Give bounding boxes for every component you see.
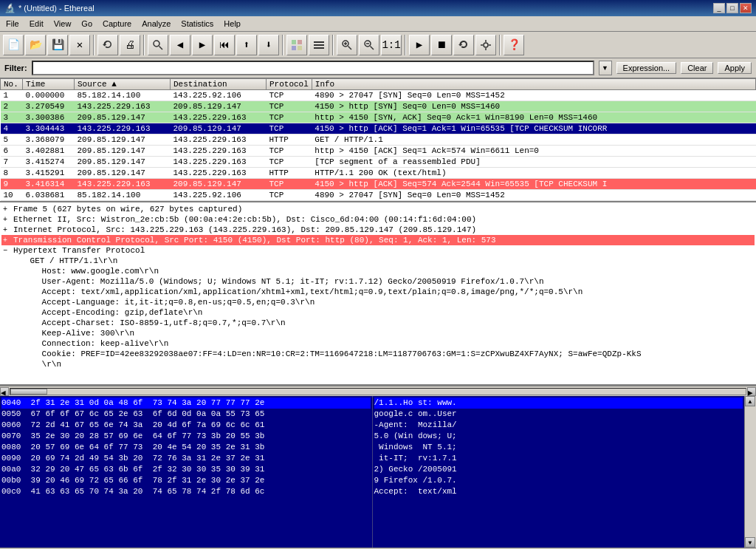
detail-tree-item[interactable]: +Ethernet II, Src: Wistron_2e:cb:5b (00:… bbox=[1, 214, 755, 225]
table-row[interactable]: 9 3.416314 143.225.229.163 209.85.129.14… bbox=[1, 179, 756, 190]
col-time[interactable]: Time bbox=[23, 79, 75, 90]
scroll-thumb[interactable] bbox=[10, 389, 47, 395]
stop-capture-button[interactable]: ⏹ bbox=[431, 35, 452, 55]
table-row[interactable]: 3 3.300386 209.85.129.147 143.225.229.16… bbox=[1, 112, 756, 123]
filter-dropdown[interactable]: ▼ bbox=[599, 61, 612, 75]
toolbar-separator-2 bbox=[143, 35, 145, 55]
prev-packet-button[interactable]: ◀ bbox=[170, 35, 190, 55]
scroll-right-button[interactable]: ▶ bbox=[747, 387, 756, 396]
detail-tree-item[interactable]: Keep-Alive: 300\r\n bbox=[1, 328, 755, 338]
color-rules-button[interactable] bbox=[286, 35, 307, 55]
capture-options-button[interactable] bbox=[475, 35, 496, 55]
scroll-track[interactable] bbox=[10, 388, 746, 395]
packet-table: No. Time Source ▲ Destination Protocol I… bbox=[0, 78, 756, 201]
svg-line-1 bbox=[159, 46, 163, 50]
scroll-left-button[interactable]: ◀ bbox=[0, 387, 9, 396]
up-button[interactable]: ⬆ bbox=[236, 35, 257, 55]
hex-dump-pane[interactable]: 0040 2f 31 2e 31 0d 0a 48 6f 73 74 3a 20… bbox=[0, 396, 372, 548]
table-row[interactable]: 2 3.270549 143.225.229.163 209.85.129.14… bbox=[1, 101, 756, 112]
hex-text-pane[interactable]: /1.1..Ho st: www.google.c om..User-Agent… bbox=[373, 396, 745, 548]
apply-button[interactable]: Apply bbox=[718, 62, 752, 74]
hex-row: 0090 20 69 74 2d 49 54 3b 20 72 76 3a 31… bbox=[1, 453, 371, 464]
svg-rect-6 bbox=[314, 41, 324, 43]
maximize-button[interactable]: □ bbox=[726, 3, 738, 13]
table-row[interactable]: 6 3.402881 209.85.129.147 143.225.229.16… bbox=[1, 146, 756, 157]
toolbar-separator-4 bbox=[332, 35, 334, 55]
menu-edit[interactable]: Edit bbox=[25, 18, 48, 30]
next-packet-button[interactable]: ▶ bbox=[192, 35, 213, 55]
menu-go[interactable]: Go bbox=[77, 18, 97, 30]
print-button[interactable]: 🖨 bbox=[120, 35, 140, 55]
hex-row: 00b0 39 20 46 69 72 65 66 6f 78 2f 31 2e… bbox=[1, 475, 371, 486]
close-button[interactable]: ✕ bbox=[740, 3, 752, 13]
detail-tree-item[interactable]: GET / HTTP/1.1\r\n bbox=[1, 256, 755, 266]
filter-input[interactable] bbox=[32, 61, 594, 75]
detail-tree-item[interactable]: User-Agent: Mozilla/5.0 (Windows; U; Win… bbox=[1, 276, 755, 287]
open-button[interactable]: 📂 bbox=[25, 35, 46, 55]
reload-button[interactable] bbox=[97, 35, 118, 55]
zoom-in-button[interactable] bbox=[337, 35, 357, 55]
detail-tree-item[interactable]: Accept: text/xml,application/xml,applica… bbox=[1, 287, 755, 297]
menu-statistics[interactable]: Statistics bbox=[176, 18, 218, 30]
detail-tree-item[interactable]: Accept-Charset: ISO-8859-1,utf-8;q=0.7,*… bbox=[1, 318, 755, 328]
decode-button[interactable] bbox=[309, 35, 329, 55]
col-info[interactable]: Info bbox=[312, 79, 755, 90]
minimize-button[interactable]: _ bbox=[713, 3, 725, 13]
hex-text-row: Accept: text/xml bbox=[374, 486, 743, 497]
col-proto[interactable]: Protocol bbox=[267, 79, 312, 90]
hex-row: 00c0 41 63 63 65 70 74 3a 20 74 65 78 74… bbox=[1, 486, 371, 497]
menu-capture[interactable]: Capture bbox=[98, 18, 136, 30]
packet-list[interactable]: No. Time Source ▲ Destination Protocol I… bbox=[0, 78, 756, 202]
table-row[interactable]: 8 3.415291 209.85.129.147 143.225.229.16… bbox=[1, 168, 756, 179]
detail-tree-item[interactable]: +Internet Protocol, Src: 143.225.229.163… bbox=[1, 225, 755, 235]
svg-rect-2 bbox=[292, 40, 296, 44]
middle-scrollbar[interactable]: ◀ ▶ bbox=[0, 386, 756, 396]
detail-tree-item[interactable]: Accept-Language: it,it-it;q=0.8,en-us;q=… bbox=[1, 297, 755, 307]
down-button[interactable]: ⬇ bbox=[258, 35, 279, 55]
start-capture-button[interactable]: ▶ bbox=[409, 35, 430, 55]
hex-text-row: google.c om..User bbox=[374, 409, 743, 420]
detail-tree-item[interactable]: Connection: keep-alive\r\n bbox=[1, 338, 755, 349]
close-capture-button[interactable]: ✕ bbox=[69, 35, 90, 55]
detail-tree-item[interactable]: −Hypertext Transfer Protocol bbox=[1, 245, 755, 256]
expression-button[interactable]: Expression... bbox=[616, 62, 677, 74]
find-button[interactable] bbox=[148, 35, 168, 55]
hex-text-row: Windows NT 5.1; bbox=[374, 442, 743, 453]
menu-analyze[interactable]: Analyze bbox=[137, 18, 175, 30]
clear-button[interactable]: Clear bbox=[681, 62, 713, 74]
table-row[interactable]: 1 0.000000 85.182.14.100 143.225.92.106 … bbox=[1, 90, 756, 101]
hex-text-row: -Agent: Mozilla/ bbox=[374, 420, 743, 431]
new-capture-button[interactable]: 📄 bbox=[3, 35, 24, 55]
first-packet-button[interactable]: ⏮ bbox=[214, 35, 235, 55]
menu-help[interactable]: Help bbox=[219, 18, 245, 30]
table-row[interactable]: 4 3.304443 143.225.229.163 209.85.129.14… bbox=[1, 123, 756, 134]
col-source[interactable]: Source ▲ bbox=[75, 79, 171, 90]
hex-row: 0080 20 57 69 6e 64 6f 77 73 20 4e 54 20… bbox=[1, 442, 371, 453]
hex-scrollbar[interactable]: ▲ ▼ bbox=[744, 396, 756, 548]
detail-tree-item[interactable]: Accept-Encoding: gzip,deflate\r\n bbox=[1, 307, 755, 318]
svg-point-16 bbox=[484, 43, 488, 47]
hex-row: 0050 67 6f 6f 67 6c 65 2e 63 6f 6d 0d 0a… bbox=[1, 409, 371, 420]
detail-tree-item[interactable]: Cookie: PREF=ID=42ee83292038ae07:FF=4:LD… bbox=[1, 349, 755, 359]
detail-tree-item[interactable]: \r\n bbox=[1, 359, 755, 369]
restart-capture-button[interactable] bbox=[453, 35, 474, 55]
detail-tree-item[interactable]: Host: www.google.com\r\n bbox=[1, 266, 755, 276]
toolbar-separator-1 bbox=[93, 35, 94, 55]
table-row[interactable]: 5 3.368079 209.85.129.147 143.225.229.16… bbox=[1, 134, 756, 146]
zoom-normal-button[interactable]: 1:1 bbox=[381, 35, 402, 55]
save-button[interactable]: 💾 bbox=[47, 35, 68, 55]
zoom-out-button[interactable] bbox=[359, 35, 379, 55]
main-area: No. Time Source ▲ Destination Protocol I… bbox=[0, 78, 756, 548]
table-row[interactable]: 7 3.415274 209.85.129.147 143.225.229.16… bbox=[1, 157, 756, 168]
detail-tree-item[interactable]: +Transmission Control Protocol, Src Port… bbox=[1, 235, 755, 245]
detail-tree-item[interactable]: +Frame 5 (627 bytes on wire, 627 bytes c… bbox=[1, 204, 755, 214]
table-row[interactable]: 10 6.038681 85.182.14.100 143.225.92.106… bbox=[1, 190, 756, 201]
col-no[interactable]: No. bbox=[1, 79, 23, 90]
toolbar: 📄 📂 💾 ✕ 🖨 ◀ ▶ ⏮ ⬆ ⬇ 1:1 ▶ ⏹ ❓ bbox=[0, 32, 756, 58]
help-button[interactable]: ❓ bbox=[504, 35, 524, 55]
menu-file[interactable]: File bbox=[1, 18, 24, 30]
menu-view[interactable]: View bbox=[49, 18, 76, 30]
detail-pane[interactable]: +Frame 5 (627 bytes on wire, 627 bytes c… bbox=[0, 202, 756, 386]
col-dest[interactable]: Destination bbox=[171, 79, 267, 90]
filter-bar: Filter: ▼ Expression... Clear Apply bbox=[0, 58, 756, 78]
